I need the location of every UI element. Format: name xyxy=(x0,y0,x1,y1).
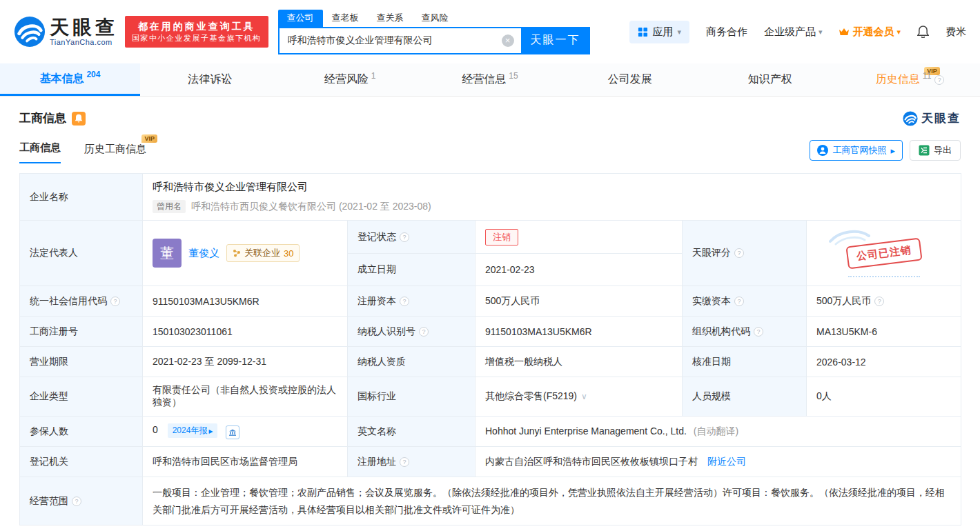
search-row: × 天眼一下 xyxy=(278,27,590,54)
help-icon[interactable]: ? xyxy=(400,297,409,306)
grid-icon xyxy=(638,27,648,37)
search-tab-risk[interactable]: 查风险 xyxy=(413,10,458,27)
label-text: 营业期限 xyxy=(30,356,68,367)
related-companies-badge[interactable]: 关联企业 30 xyxy=(226,244,300,262)
monitor-bell-button[interactable] xyxy=(72,112,86,126)
english-name-text: Hohhot Junyi Enterprise Management Co., … xyxy=(485,425,687,437)
tab-basic-info[interactable]: 基本信息 204 xyxy=(0,63,140,96)
nav-enterprise-products[interactable]: 企业级产品 ▾ xyxy=(764,26,823,39)
search-tab-company[interactable]: 查公司 xyxy=(278,10,323,27)
annual-report-badge[interactable]: 2024年报▸ xyxy=(168,423,218,438)
value-text: 150103023011061 xyxy=(153,326,233,337)
field-label-established: 成立日期 xyxy=(348,254,476,286)
nearby-companies-link[interactable]: 附近公司 xyxy=(707,456,746,467)
tab-legal-litigation[interactable]: 法律诉讼 xyxy=(140,63,280,96)
label-text: 企业类型 xyxy=(30,390,68,401)
field-value-taxpayer-quality: 增值税一般纳税人 xyxy=(476,347,683,377)
former-name-tag: 曾用名 xyxy=(153,200,186,213)
arrow-right-icon: ▸ xyxy=(890,146,895,156)
tab-operating-info[interactable]: 经营信息 15 xyxy=(420,63,560,96)
brand-name: 天眼查 xyxy=(50,17,118,38)
company-name: 呼和浩特市俊义企业管理有限公司 xyxy=(153,181,951,194)
section-watermark-logo: 天眼查 xyxy=(903,110,961,126)
logo-text: 天眼查 TianYanCha.com xyxy=(50,17,118,46)
annual-report-building-icon[interactable] xyxy=(226,425,239,439)
field-label-registration-authority: 登记机关 xyxy=(20,447,143,477)
search-button[interactable]: 天眼一下 xyxy=(521,27,590,54)
tab-label: 知识产权 xyxy=(748,72,792,87)
field-value-company-name: 呼和浩特市俊义企业管理有限公司 曾用名 呼和浩特市西贝俊义餐饮有限公司 (202… xyxy=(143,174,961,221)
former-name-text: 呼和浩特市西贝俊义餐饮有限公司 (2021-02 至 2023-08) xyxy=(191,201,431,213)
vip-badge: VIP xyxy=(141,134,157,143)
export-button[interactable]: 导出 xyxy=(910,140,961,161)
user-menu[interactable]: 费米 xyxy=(945,26,966,39)
value-text: 呼和浩特市回民区市场监督管理局 xyxy=(153,456,297,467)
field-label-english-name: 英文名称 xyxy=(348,417,476,447)
field-value-legal-rep: 董 董俊义 关联企业 30 xyxy=(143,221,348,286)
related-label: 关联企业 xyxy=(244,247,280,259)
field-label-approval-date: 核准日期 xyxy=(683,347,807,377)
avatar[interactable]: 董 xyxy=(153,239,182,268)
annual-report-label: 2024年报 xyxy=(173,425,208,437)
help-icon[interactable]: ? xyxy=(110,297,120,306)
nav-open-vip[interactable]: 开通会员 ▾ xyxy=(839,26,901,39)
page: 天眼查 TianYanCha.com 都在用的商业查询工具 国家中小企业发展子基… xyxy=(0,0,980,531)
field-label-insured-count: 参保人数 xyxy=(20,417,143,447)
top-header: 天眼查 TianYanCha.com 都在用的商业查询工具 国家中小企业发展子基… xyxy=(0,0,980,63)
address-text: 内蒙古自治区呼和浩特市回民区攸攸板镇坝口子村 xyxy=(485,456,698,467)
help-icon[interactable]: ? xyxy=(419,327,429,337)
help-icon[interactable]: ? xyxy=(734,248,744,258)
tab-label: 基本信息 xyxy=(39,72,84,86)
apps-button[interactable]: 应用 ▾ xyxy=(629,21,689,43)
excel-icon xyxy=(919,145,930,156)
help-icon[interactable]: ? xyxy=(874,297,884,306)
chevron-down-icon[interactable]: ∨ xyxy=(581,392,587,401)
field-value-business-scope: 一般项目：企业管理；餐饮管理；农副产品销售；会议及展览服务。（除依法须经批准的项… xyxy=(143,477,961,525)
value-text: 2021-02-23 xyxy=(485,264,535,275)
help-icon[interactable]: ? xyxy=(754,327,763,337)
chevron-down-icon: ▾ xyxy=(677,28,681,37)
field-value-english-name: Hohhot Junyi Enterprise Management Co., … xyxy=(476,417,961,447)
label-text: 注册资本 xyxy=(357,295,396,306)
field-value-org-code: MA13U5KM-6 xyxy=(807,317,961,347)
value-text: 有限责任公司（非自然人投资或控股的法人独资） xyxy=(153,384,336,408)
value-text: 500万人民币 xyxy=(485,295,540,306)
field-label-uscc: 统一社会信用代码? xyxy=(20,286,143,317)
person-icon xyxy=(817,145,828,156)
field-value-tyc-score: 公司已注销 xyxy=(807,221,961,286)
subtab-business-info[interactable]: 工商信息 xyxy=(19,141,61,163)
value-text: 91150103MA13U5KM6R xyxy=(153,296,259,307)
table-row: 参保人数 0 2024年报▸ 英文名称 Hohhot Junyi Enterpr… xyxy=(20,417,961,447)
tianyancha-logo[interactable]: 天眼查 TianYanCha.com xyxy=(14,16,118,48)
clear-icon[interactable]: × xyxy=(502,34,514,47)
help-icon[interactable]: ? xyxy=(934,75,944,85)
official-snapshot-button[interactable]: 工商官网快照 ▸ xyxy=(810,140,903,161)
notification-bell[interactable] xyxy=(917,26,929,38)
field-label-company-name: 企业名称 xyxy=(20,174,143,221)
field-value-established: 2021-02-23 xyxy=(476,254,683,286)
table-row: 经营范围? 一般项目：企业管理；餐饮管理；农副产品销售；会议及展览服务。（除依法… xyxy=(20,477,961,525)
table-row: 统一社会信用代码? 91150103MA13U5KM6R 注册资本? 500万人… xyxy=(20,286,961,317)
legal-rep-link[interactable]: 董俊义 xyxy=(188,247,219,260)
subtab-history-business-info[interactable]: VIP 历史工商信息 xyxy=(84,143,146,163)
tab-company-development[interactable]: 公司发展 xyxy=(560,63,700,96)
help-icon[interactable]: ? xyxy=(400,457,409,467)
field-label-reg-no: 工商注册号 xyxy=(20,317,143,347)
nav-enterprise-label: 企业级产品 xyxy=(764,26,816,39)
subtab-actions: 工商官网快照 ▸ 导出 xyxy=(810,140,961,163)
help-icon[interactable]: ? xyxy=(400,232,409,242)
help-icon[interactable]: ? xyxy=(72,497,81,506)
search-input[interactable] xyxy=(278,27,521,54)
label-text: 注册地址 xyxy=(357,456,396,467)
value-text: 增值税一般纳税人 xyxy=(485,356,562,367)
search-tab-boss[interactable]: 查老板 xyxy=(323,10,368,27)
tab-operating-risk[interactable]: 经营风险 1 xyxy=(280,63,420,96)
tab-history-info[interactable]: VIP 历史信息 11 ? xyxy=(840,63,980,96)
search-tab-relation[interactable]: 查关系 xyxy=(368,10,413,27)
field-value-paid-capital: 500万人民币? xyxy=(807,286,961,317)
value-text: 其他综合零售(F5219) xyxy=(485,390,577,401)
tianyancha-logo-icon xyxy=(903,111,918,126)
help-icon[interactable]: ? xyxy=(734,297,744,306)
tab-intellectual-property[interactable]: 知识产权 xyxy=(700,63,840,96)
nav-business-cooperation[interactable]: 商务合作 xyxy=(706,26,747,39)
